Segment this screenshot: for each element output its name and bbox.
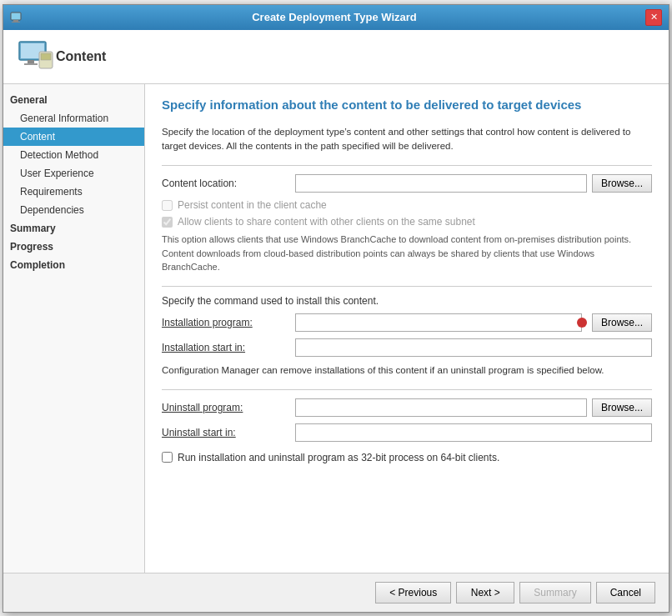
uninstall-start-in-input[interactable]	[295, 423, 652, 442]
wizard-footer: < Previous Next > Summary Cancel	[3, 573, 669, 612]
sidebar: General General Information Content Dete…	[3, 84, 145, 573]
close-button[interactable]: ✕	[645, 9, 662, 26]
wizard-header: Content	[3, 30, 669, 84]
svg-rect-1	[13, 20, 18, 22]
installation-program-row: Installation program: Browse...	[162, 313, 652, 332]
svg-rect-2	[12, 22, 20, 23]
uninstall-start-in-row: Uninstall start in:	[162, 423, 652, 442]
title-bar: Create Deployment Type Wizard ✕	[3, 5, 669, 30]
title-bar-icon	[10, 11, 23, 24]
summary-button[interactable]: Summary	[519, 582, 590, 603]
allow-share-row: Allow clients to share content with othe…	[162, 216, 652, 228]
sidebar-item-general-information[interactable]: General Information	[3, 109, 144, 128]
content-description: Specify the location of the deployment t…	[162, 125, 652, 154]
sidebar-item-dependencies[interactable]: Dependencies	[3, 201, 144, 219]
installation-program-input[interactable]	[295, 313, 582, 332]
uninstall-info: Configuration Manager can remove install…	[162, 363, 652, 378]
uninstall-program-browse-button[interactable]: Browse...	[592, 398, 652, 417]
previous-button[interactable]: < Previous	[375, 582, 451, 603]
header-title: Content	[56, 49, 106, 64]
content-title: Specify information about the content to…	[162, 98, 652, 112]
installation-program-input-wrapper	[295, 313, 582, 332]
run-32bit-checkbox[interactable]	[162, 452, 173, 463]
wizard-window: Create Deployment Type Wizard ✕ Content …	[3, 4, 669, 613]
cancel-button[interactable]: Cancel	[596, 582, 655, 603]
svg-rect-0	[11, 13, 21, 20]
sidebar-group-completion: Completion	[3, 256, 144, 274]
persist-cache-row: Persist content in the client cache	[162, 199, 652, 211]
uninstall-program-row: Uninstall program: Browse...	[162, 398, 652, 417]
uninstall-program-input[interactable]	[295, 398, 587, 417]
content-area: Specify information about the content to…	[145, 84, 669, 573]
sidebar-group-general: General	[3, 91, 144, 109]
required-indicator	[577, 318, 587, 328]
run-32bit-row: Run installation and uninstall program a…	[162, 452, 652, 463]
installation-program-browse-button[interactable]: Browse...	[592, 313, 652, 332]
sidebar-item-user-experience[interactable]: User Experience	[3, 164, 144, 183]
svg-rect-8	[41, 53, 51, 60]
main-content: General General Information Content Dete…	[3, 84, 669, 573]
allow-share-checkbox[interactable]	[162, 217, 173, 228]
content-location-label: Content location:	[162, 178, 295, 189]
sidebar-item-content[interactable]: Content	[3, 128, 144, 146]
content-location-input[interactable]	[295, 174, 587, 193]
header-icon	[16, 37, 56, 77]
sidebar-group-progress: Progress	[3, 238, 144, 256]
installation-start-in-label: Installation start in:	[162, 342, 295, 353]
divider-1	[162, 165, 652, 166]
svg-rect-6	[24, 63, 38, 65]
allow-share-label: Allow clients to share content with othe…	[178, 216, 475, 228]
installation-start-in-input[interactable]	[295, 338, 652, 357]
installation-program-label: Installation program:	[162, 317, 295, 328]
divider-2	[162, 286, 652, 287]
installation-start-in-row: Installation start in:	[162, 338, 652, 357]
branchcache-info: This option allows clients that use Wind…	[162, 233, 652, 274]
install-section-label: Specify the command used to install this…	[162, 295, 652, 307]
window-title: Create Deployment Type Wizard	[23, 11, 645, 23]
svg-rect-5	[28, 60, 34, 63]
sidebar-item-requirements[interactable]: Requirements	[3, 183, 144, 201]
persist-cache-label: Persist content in the client cache	[178, 199, 327, 211]
sidebar-group-summary: Summary	[3, 219, 144, 238]
content-location-browse-button[interactable]: Browse...	[592, 174, 652, 193]
uninstall-start-in-label: Uninstall start in:	[162, 427, 295, 438]
run-32bit-label: Run installation and uninstall program a…	[178, 452, 499, 463]
next-button[interactable]: Next >	[456, 582, 514, 603]
sidebar-item-detection-method[interactable]: Detection Method	[3, 146, 144, 164]
divider-3	[162, 389, 652, 390]
content-location-row: Content location: Browse...	[162, 174, 652, 193]
uninstall-program-label: Uninstall program:	[162, 402, 295, 413]
persist-cache-checkbox[interactable]	[162, 200, 173, 211]
